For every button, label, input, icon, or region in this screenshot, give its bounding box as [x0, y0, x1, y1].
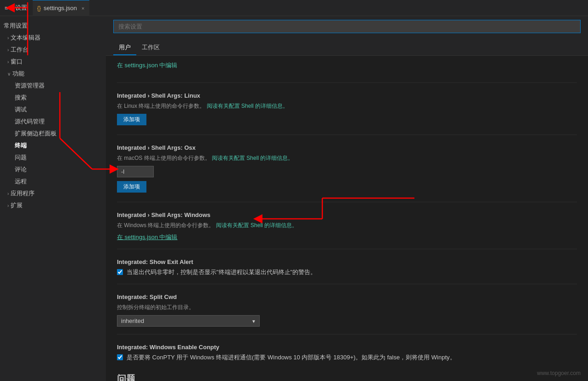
titlebar: ≡ ≡ 设置 {} settings.json ×: [0, 0, 588, 16]
chevron-down-icon: ∨: [7, 71, 11, 76]
sidebar-item-text-editor[interactable]: › 文本编辑器: [0, 32, 106, 44]
sidebar-item-problems[interactable]: 问题: [0, 152, 106, 164]
windows-enable-conpty-checkbox[interactable]: [117, 354, 123, 360]
top-settings-json-link[interactable]: 在 settings.json 中编辑: [117, 61, 178, 70]
sidebar-item-label: 工作台: [11, 46, 29, 54]
sidebar-item-features[interactable]: ∨ 功能: [0, 68, 106, 80]
add-item-osx-button[interactable]: 添加项: [117, 181, 146, 193]
windows-enable-conpty-title: Integrated: Windows Enable Conpty: [117, 344, 577, 351]
search-input[interactable]: [113, 20, 581, 33]
json-icon: {}: [37, 5, 41, 12]
search-bar: [106, 16, 588, 37]
sidebar-item-resource-manager[interactable]: 资源管理器: [0, 80, 106, 92]
shell-args-osx-value: -l: [117, 166, 154, 177]
setting-split-cwd: Integrated: Split Cwd 控制拆分终端的初始工作目录。 inh…: [117, 293, 577, 327]
content-area: 用户 工作区 在 settings.json 中编辑 Integrated › …: [106, 16, 588, 381]
sidebar-item-label: 调试: [15, 106, 27, 114]
sidebar-item-extensions[interactable]: › 扩展: [0, 199, 106, 211]
edit-settings-json-link[interactable]: 在 settings.json 中编辑: [117, 234, 178, 240]
sidebar-item-label: 评论: [15, 165, 27, 174]
sidebar-item-label: 扩展: [11, 201, 23, 210]
chevron-right-icon: ›: [7, 59, 9, 64]
sidebar-item-label: 搜索: [15, 94, 27, 102]
split-cwd-select-wrapper: inherited initial root: [117, 315, 260, 327]
setting-shell-args-osx: Integrated › Shell Args: Osx 在 macOS 终端上…: [117, 144, 577, 194]
chevron-right-icon: ›: [7, 47, 9, 53]
show-exit-alert-row: 当退出代码非零时，控制是否显示"终端进程以某退出代码终止"的警告。: [117, 268, 577, 276]
setting-shell-args-windows: Integrated › Shell Args: Windows 在 Windo…: [117, 211, 577, 241]
setting-shell-args-linux: Integrated › Shell Args: Linux 在 Linux 终…: [117, 92, 577, 127]
shell-args-linux-description: 在 Linux 终端上使用的命令行参数。 阅读有关配置 Shell 的详细信息。: [117, 102, 577, 110]
chevron-right-icon: ›: [7, 203, 9, 208]
sidebar-item-label: 问题: [15, 153, 27, 162]
tab-workspace[interactable]: 工作区: [136, 41, 165, 55]
sidebar-item-source-control[interactable]: 源代码管理: [0, 116, 106, 128]
settings-tab-label: ≡ 设置: [10, 4, 27, 12]
shell-args-osx-link[interactable]: 阅读有关配置 Shell 的详细信息。: [212, 155, 293, 161]
sidebar-item-extensions-panel[interactable]: 扩展侧边栏面板: [0, 128, 106, 140]
sidebar-item-label: 窗口: [11, 58, 23, 66]
shell-args-windows-title: Integrated › Shell Args: Windows: [117, 211, 577, 218]
windows-enable-conpty-row: 是否要将 ConPTY 用于 Windows 终端进程通信(需要 Windows…: [117, 353, 577, 362]
add-item-linux-button[interactable]: 添加项: [117, 114, 146, 125]
content-tabs: 用户 工作区: [106, 37, 588, 56]
shell-args-linux-title: Integrated › Shell Args: Linux: [117, 92, 577, 99]
settings-tab[interactable]: ≡ ≡ 设置: [5, 4, 27, 12]
shell-args-linux-link[interactable]: 阅读有关配置 Shell 的详细信息。: [207, 103, 288, 109]
sidebar-item-label: 应用程序: [11, 189, 35, 198]
sidebar-item-label: 源代码管理: [15, 117, 45, 126]
sidebar-item-label: 资源管理器: [15, 82, 45, 90]
sidebar-item-label: 扩展侧边栏面板: [15, 129, 57, 138]
menu-icon: ≡: [5, 5, 8, 12]
shell-args-windows-link[interactable]: 阅读有关配置 Shell 的详细信息。: [216, 222, 297, 229]
sidebar-item-label: 常用设置: [4, 22, 28, 30]
shell-args-windows-description: 在 Windows 终端上使用的命令行参数。 阅读有关配置 Shell 的详细信…: [117, 221, 577, 229]
sidebar-item-search[interactable]: 搜索: [0, 92, 106, 104]
settings-json-tab[interactable]: {} settings.json ×: [33, 0, 89, 16]
sidebar-item-label: 终端: [15, 141, 27, 150]
sidebar-item-comments[interactable]: 评论: [0, 164, 106, 176]
sidebar-item-label: 功能: [12, 70, 24, 78]
setting-show-exit-alert: Integrated: Show Exit Alert 当退出代码非零时，控制是…: [117, 258, 577, 276]
sidebar-item-remote[interactable]: 远程: [0, 176, 106, 188]
sidebar-item-label: 文本编辑器: [11, 34, 41, 42]
sidebar-item-terminal[interactable]: 终端: [0, 140, 106, 152]
sidebar-item-workspace[interactable]: › 工作台: [0, 44, 106, 56]
sidebar-item-common[interactable]: 常用设置: [0, 20, 106, 32]
main-container: 常用设置 › 文本编辑器 › 工作台 › 窗口 ∨ 功能 资源管理器 搜索 调试…: [0, 16, 588, 381]
split-cwd-title: Integrated: Split Cwd: [117, 293, 577, 300]
close-icon[interactable]: ×: [82, 6, 84, 11]
sidebar: 常用设置 › 文本编辑器 › 工作台 › 窗口 ∨ 功能 资源管理器 搜索 调试…: [0, 16, 106, 381]
show-exit-alert-label: 当退出代码非零时，控制是否显示"终端进程以某退出代码终止"的警告。: [127, 268, 316, 276]
settings-json-tab-label: settings.json: [44, 5, 77, 12]
windows-enable-conpty-label: 是否要将 ConPTY 用于 Windows 终端进程通信(需要 Windows…: [127, 353, 456, 362]
show-exit-alert-title: Integrated: Show Exit Alert: [117, 258, 577, 265]
chevron-right-icon: ›: [7, 191, 9, 196]
sidebar-item-window[interactable]: › 窗口: [0, 56, 106, 68]
split-cwd-description: 控制拆分终端的初始工作目录。: [117, 303, 577, 311]
sidebar-item-debug[interactable]: 调试: [0, 104, 106, 116]
sidebar-item-label: 远程: [15, 177, 27, 186]
tab-user[interactable]: 用户: [113, 41, 136, 55]
setting-windows-enable-conpty: Integrated: Windows Enable Conpty 是否要将 C…: [117, 344, 577, 362]
shell-args-osx-description: 在 macOS 终端上使用的命令行参数。 阅读有关配置 Shell 的详细信息。: [117, 154, 577, 162]
settings-content: 在 settings.json 中编辑 Integrated › Shell A…: [106, 56, 588, 381]
watermark: www.topgoer.com: [537, 370, 581, 376]
problems-heading: 问题: [117, 373, 577, 381]
show-exit-alert-checkbox[interactable]: [117, 269, 123, 275]
chevron-right-icon: ›: [7, 35, 9, 41]
shell-args-osx-title: Integrated › Shell Args: Osx: [117, 144, 577, 151]
split-cwd-select[interactable]: inherited initial root: [117, 315, 260, 327]
sidebar-item-applications[interactable]: › 应用程序: [0, 188, 106, 199]
